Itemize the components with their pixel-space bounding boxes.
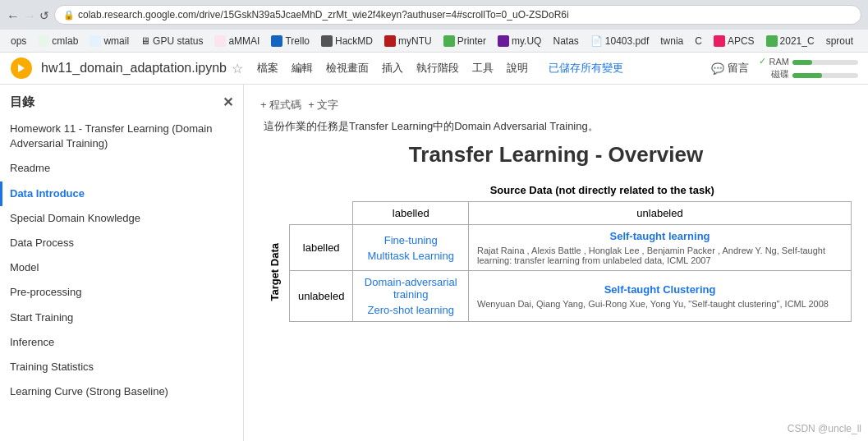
sidebar-item-inference[interactable]: Inference: [0, 330, 243, 355]
watermark-text: CSDN @uncle_ll: [788, 423, 861, 434]
sidebar-item-pre-processing[interactable]: Pre-processing: [0, 280, 243, 305]
url-text: colab.research.google.com/drive/15GskN39…: [78, 9, 569, 21]
back-button[interactable]: ←: [7, 9, 20, 21]
cell-toolbar: + 程式碼 + 文字: [260, 94, 852, 119]
sidebar-item-learning-curve[interactable]: Learning Curve (Strong Baseline): [0, 379, 243, 404]
hackmd-icon: [321, 35, 333, 47]
menu-view[interactable]: 檢視畫面: [320, 59, 374, 77]
self-taught-title: Self-taught learning: [477, 230, 843, 242]
notebook-filename: hw11_domain_adaptation.ipynb: [41, 61, 227, 76]
forward-button[interactable]: →: [23, 9, 36, 21]
sidebar-item-learning-curve-label: Learning Curve (Strong Baseline): [10, 385, 168, 397]
menu-insert[interactable]: 插入: [376, 59, 409, 77]
sidebar-item-readme[interactable]: Readme: [0, 156, 243, 181]
sidebar-item-hw11-label: Homework 11 - Transfer Learning (Domain …: [10, 122, 212, 149]
bookmark-sprout[interactable]: sprout: [822, 34, 857, 48]
sidebar-title: 目錄: [10, 94, 34, 110]
add-text-button[interactable]: + 文字: [308, 98, 338, 113]
target-data-row-label: Target Data: [260, 225, 290, 322]
sidebar-item-pre-processing-label: Pre-processing: [10, 286, 81, 298]
comment-button[interactable]: 💬 留言: [711, 61, 749, 76]
checkmark-icon: ✓: [759, 56, 766, 67]
bookmark-printer[interactable]: Printer: [439, 34, 490, 48]
row-unlabeled-label: unlabeled: [290, 271, 353, 322]
sidebar-item-data-process[interactable]: Data Process: [0, 231, 243, 255]
disk-label: 磁碟: [771, 68, 789, 80]
menu-edit[interactable]: 編輯: [286, 59, 319, 77]
header-right: 💬 留言 ✓ RAM 磁碟: [711, 56, 858, 80]
domain-adversarial-link[interactable]: Domain-adversarial training: [361, 276, 460, 301]
fine-tuning-link[interactable]: Fine-tuning: [361, 234, 460, 246]
cmlab-icon: [38, 35, 49, 47]
add-code-button[interactable]: + 程式碼: [260, 98, 301, 113]
disk-bar-container: [792, 73, 858, 78]
bookmark-apcs[interactable]: APCS: [710, 34, 759, 48]
menu-help[interactable]: 說明: [501, 59, 534, 77]
sidebar-item-start-training[interactable]: Start Training: [0, 305, 243, 330]
sidebar-header: 目錄 ✕: [0, 91, 243, 117]
sidebar-item-model[interactable]: Model: [0, 255, 243, 280]
add-code-label: + 程式碼: [260, 98, 301, 113]
ram-label: RAM: [769, 57, 789, 67]
star-icon[interactable]: ☆: [232, 61, 243, 76]
source-header: Source Data (not directly related to the…: [353, 179, 852, 202]
browser-bar: ← → ↺ 🔒 colab.research.google.com/drive/…: [0, 0, 868, 30]
menu-runtime[interactable]: 執行階段: [411, 59, 465, 77]
refresh-button[interactable]: ↺: [39, 9, 49, 21]
bookmark-wmail[interactable]: wmail: [85, 34, 133, 48]
section-title: Transfer Learning - Overview: [260, 142, 852, 168]
main-area: 目錄 ✕ Homework 11 - Transfer Learning (Do…: [0, 85, 868, 441]
bookmark-c[interactable]: C: [691, 34, 706, 48]
cell-self-taught: Self-taught learning Rajat Raina , Alexi…: [469, 225, 852, 271]
notebook-title: hw11_domain_adaptation.ipynb ☆: [41, 61, 243, 76]
notebook-menu: 檔案 編輯 檢視畫面 插入 執行階段 工具 說明: [251, 59, 534, 77]
sidebar-item-data-introduce[interactable]: Data Introduce: [0, 181, 243, 206]
sidebar-item-training-statistics-label: Training Statistics: [10, 361, 94, 373]
url-bar[interactable]: 🔒 colab.research.google.com/drive/15GskN…: [54, 5, 861, 25]
2021c-icon: [766, 35, 778, 47]
myuq-icon: [498, 35, 509, 47]
empty-row2-col1: [260, 202, 290, 225]
wmail-icon: [90, 35, 101, 47]
menu-tools[interactable]: 工具: [466, 59, 499, 77]
colab-logo: [10, 57, 33, 80]
sidebar-item-training-statistics[interactable]: Training Statistics: [0, 355, 243, 379]
cell-fine-tuning-multitask: Fine-tuning Multitask Learning: [353, 225, 469, 271]
sidebar-item-special-domain-label: Special Domain Knowledge: [10, 212, 140, 224]
bookmark-gpu[interactable]: 🖥 GPU status: [136, 34, 207, 48]
bookmark-trello[interactable]: Trello: [267, 34, 314, 48]
sidebar-item-hw11[interactable]: Homework 11 - Transfer Learning (Domain …: [0, 117, 243, 156]
comment-label: 留言: [728, 61, 749, 76]
bookmark-myntu[interactable]: myNTU: [380, 34, 436, 48]
bookmark-twnia[interactable]: twnia: [656, 34, 687, 48]
sidebar-item-special-domain[interactable]: Special Domain Knowledge: [0, 206, 243, 231]
printer-icon: [443, 35, 455, 47]
ram-bar: [792, 60, 812, 65]
zero-shot-link[interactable]: Zero-shot learning: [361, 304, 460, 316]
sidebar-item-data-introduce-label: Data Introduce: [10, 187, 85, 200]
bookmark-ammai[interactable]: aMMAI: [210, 34, 264, 48]
notebook-content: + 程式碼 + 文字 這份作業的任務是Transfer Learning中的Do…: [244, 85, 868, 441]
row-labelled-label: labelled: [290, 225, 353, 271]
menu-file[interactable]: 檔案: [251, 59, 284, 77]
bookmark-2021c[interactable]: 2021_C: [762, 34, 819, 48]
bookmark-natas[interactable]: Natas: [549, 34, 582, 48]
empty-corner-top-right: [290, 179, 353, 202]
bookmark-hackmd[interactable]: HackMD: [317, 34, 377, 48]
ammai-icon: [214, 35, 226, 47]
trello-icon: [271, 35, 282, 47]
cell-domain-zero: Domain-adversarial training Zero-shot le…: [353, 271, 469, 322]
sidebar-item-readme-label: Readme: [10, 162, 50, 174]
self-taught-clustering-desc: Wenyuan Dai, Qiang Yang, Gui-Rong Xue, Y…: [477, 299, 843, 309]
multitask-link[interactable]: Multitask Learning: [361, 250, 460, 262]
sidebar-close-button[interactable]: ✕: [223, 94, 233, 110]
intro-text: 這份作業的任務是Transfer Learning中的Domain Advers…: [260, 119, 852, 134]
sidebar-item-data-process-label: Data Process: [10, 237, 74, 249]
sidebar-item-inference-label: Inference: [10, 336, 54, 348]
nav-controls[interactable]: ← → ↺: [7, 9, 49, 21]
bookmark-ops[interactable]: ops: [7, 34, 30, 48]
bookmark-10403[interactable]: 📄 10403.pdf: [586, 34, 653, 48]
bookmark-myuq[interactable]: my.UQ: [494, 34, 545, 48]
bookmark-cmlab[interactable]: cmlab: [34, 34, 82, 48]
comment-icon: 💬: [711, 62, 724, 75]
